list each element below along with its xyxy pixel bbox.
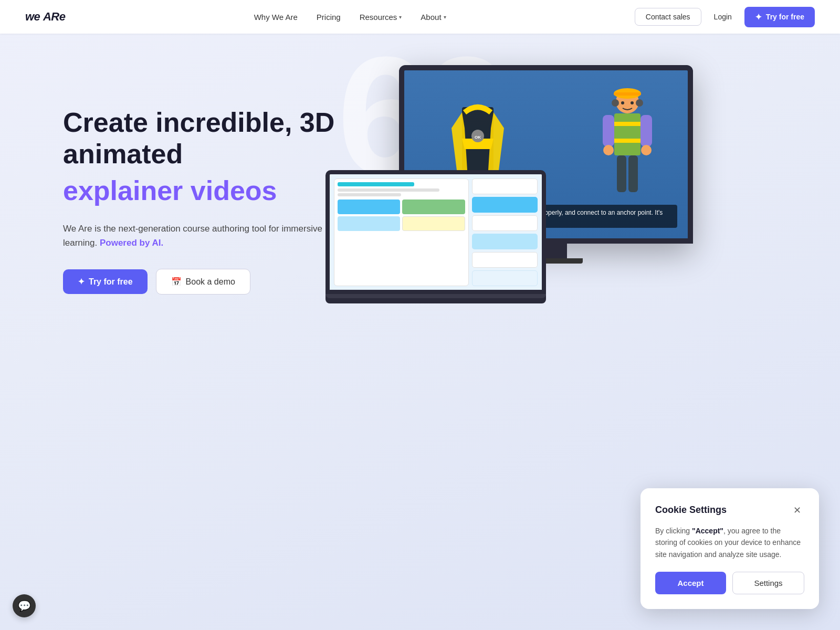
about-chevron-icon: ▾ xyxy=(444,14,446,20)
svg-point-6 xyxy=(612,99,619,107)
lp-side-5 xyxy=(472,252,538,268)
svg-point-17 xyxy=(621,101,624,104)
laptop-display xyxy=(326,170,546,303)
hero-visuals: OK xyxy=(357,65,798,328)
svg-rect-10 xyxy=(614,139,640,143)
lp-card-c xyxy=(338,216,400,231)
hero-inner: Create incredible, 3D animated explainer… xyxy=(0,34,840,328)
lp-bar2 xyxy=(338,188,439,192)
svg-rect-15 xyxy=(617,155,626,192)
cookie-header: Cookie Settings ✕ xyxy=(655,503,804,518)
hero-buttons: ✦ Try for free 📅 Book a demo xyxy=(63,269,336,295)
logo[interactable]: we ARe xyxy=(25,10,66,24)
nav-why-we-are[interactable]: Why We Are xyxy=(254,13,298,22)
cookie-description: By clicking "Accept", you agree to the s… xyxy=(655,525,804,560)
svg-point-13 xyxy=(603,145,614,155)
nav-try-free-button[interactable]: ✦ Try for free xyxy=(744,7,815,27)
nav-links: Why We Are Pricing Resources ▾ About ▾ xyxy=(254,13,446,22)
laptop-screen xyxy=(326,170,546,294)
navigation: we ARe Why We Are Pricing Resources ▾ Ab… xyxy=(0,0,840,34)
laptop-hinge xyxy=(326,294,546,298)
cookie-banner: Cookie Settings ✕ By clicking "Accept", … xyxy=(640,488,819,609)
resources-chevron-icon: ▾ xyxy=(399,14,402,20)
hero-left: Create incredible, 3D animated explainer… xyxy=(63,76,336,295)
hero-title-accent: explainer videos xyxy=(63,174,336,207)
nav-about[interactable]: About ▾ xyxy=(421,13,446,22)
lp-card-a xyxy=(338,200,400,214)
chat-icon: 💬 xyxy=(18,600,31,612)
svg-rect-8 xyxy=(614,113,640,155)
lp-card-d xyxy=(402,216,465,231)
contact-sales-button[interactable]: Contact sales xyxy=(635,8,701,26)
lp-bar1 xyxy=(338,182,414,186)
hero-description: We Are is the next-generation course aut… xyxy=(63,222,336,250)
svg-text:OK: OK xyxy=(475,135,481,140)
nav-resources[interactable]: Resources ▾ xyxy=(360,13,402,22)
nav-actions: Contact sales Login ✦ Try for free xyxy=(635,7,815,27)
worker-illustration xyxy=(588,81,672,212)
svg-rect-9 xyxy=(614,122,640,126)
nav-pricing[interactable]: Pricing xyxy=(317,13,341,22)
hero-book-demo-button[interactable]: 📅 Book a demo xyxy=(156,269,250,295)
hero-desc-powered: Powered by AI. xyxy=(100,238,163,248)
cookie-accept-button[interactable]: Accept xyxy=(655,572,726,594)
cookie-desc-bold: "Accept" xyxy=(692,527,723,535)
sparkle-icon: ✦ xyxy=(755,12,762,22)
hero-title: Create incredible, 3D animated xyxy=(63,107,336,170)
lp-bar3 xyxy=(338,193,401,196)
lp-side-6 xyxy=(472,270,538,286)
cookie-buttons: Accept Settings xyxy=(655,572,804,594)
login-button[interactable]: Login xyxy=(708,8,738,25)
cookie-desc-pre: By clicking xyxy=(655,527,692,535)
lp-card-b xyxy=(402,200,465,214)
hero-title-line1: Create incredible, 3D animated xyxy=(63,107,334,169)
svg-rect-12 xyxy=(640,115,652,146)
cookie-settings-button[interactable]: Settings xyxy=(732,572,804,594)
svg-point-18 xyxy=(631,101,634,104)
hero-try-free-button[interactable]: ✦ Try for free xyxy=(63,269,148,294)
laptop-content xyxy=(330,174,542,290)
laptop-main-panel xyxy=(334,178,469,286)
lp-side-4 xyxy=(472,234,538,249)
sparkle-icon-hero: ✦ xyxy=(78,277,85,287)
lp-side-1 xyxy=(472,178,538,194)
cookie-title: Cookie Settings xyxy=(655,505,727,516)
calendar-icon: 📅 xyxy=(171,277,182,287)
lp-side-3 xyxy=(472,215,538,231)
laptop-side-panel xyxy=(472,178,538,286)
svg-rect-16 xyxy=(628,155,638,192)
worker-svg xyxy=(588,81,667,207)
svg-point-7 xyxy=(636,99,643,107)
svg-point-14 xyxy=(641,145,652,155)
chat-button[interactable]: 💬 xyxy=(13,594,36,617)
laptop-body xyxy=(326,294,546,303)
svg-rect-5 xyxy=(614,92,641,96)
lp-side-2 xyxy=(472,197,538,213)
svg-rect-11 xyxy=(603,115,614,146)
cookie-close-button[interactable]: ✕ xyxy=(790,503,804,518)
